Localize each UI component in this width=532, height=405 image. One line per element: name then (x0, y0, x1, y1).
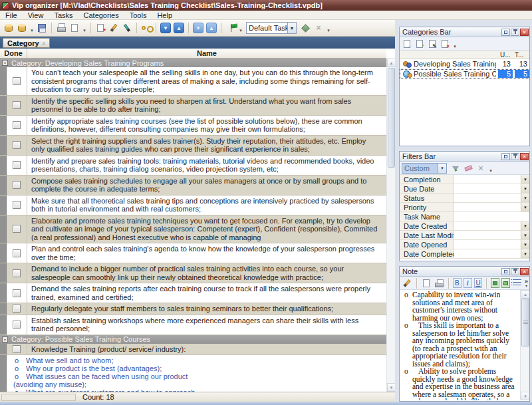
task-row[interactable]: Make sure that all theoretical sales tra… (0, 196, 386, 215)
filter-preset-dropdown-icon[interactable]: ▼ (438, 163, 447, 174)
move-top-icon[interactable]: ▲ (205, 22, 217, 34)
filters-toolbar-overflow[interactable]: ▾ (488, 162, 493, 174)
filter-value-field[interactable] (454, 212, 529, 221)
task-checkbox[interactable] (13, 121, 21, 129)
filter-value-field[interactable] (454, 184, 521, 193)
task-checkbox[interactable] (13, 249, 21, 257)
new-category-icon[interactable]: → (402, 39, 412, 49)
default-task-dropdown-icon[interactable]: ▼ (287, 22, 297, 34)
category-tree-item[interactable]: Possible Sales Training Courses55 (400, 69, 529, 79)
group-by-category-button[interactable]: Category ▵ (3, 38, 50, 48)
bold-icon[interactable]: B (453, 278, 462, 288)
apply-filter-icon[interactable] (450, 163, 461, 174)
move-bottom-icon[interactable]: ▼ (192, 22, 204, 34)
default-task-combobox[interactable]: Default Task▼ (246, 22, 297, 34)
insert-image-icon[interactable] (491, 278, 499, 288)
edit-note-icon[interactable] (402, 278, 412, 289)
underline-icon[interactable]: U (474, 278, 483, 288)
flag-icon[interactable] (225, 22, 237, 34)
apply-template-icon[interactable] (299, 22, 311, 34)
filter-dropdown-icon[interactable]: ▼ (521, 175, 529, 184)
task-row[interactable]: You can't teach your salespeople all the… (0, 67, 386, 96)
panel-pin-button[interactable] (511, 29, 519, 36)
menu-help[interactable]: Help (152, 11, 178, 20)
filter-dropdown-icon[interactable]: ▼ (521, 231, 529, 239)
task-checkbox[interactable] (13, 181, 21, 189)
panel-maximize-button[interactable] (501, 268, 510, 275)
duplicate-task-icon[interactable] (121, 22, 133, 34)
note-scrollbar-thumb[interactable] (521, 299, 529, 346)
delete-category-icon[interactable]: × (440, 39, 450, 49)
filter-dropdown-icon[interactable]: ▼ (521, 184, 529, 193)
task-row[interactable]: Plan and control each sales training's a… (0, 243, 386, 263)
clear-filter-icon[interactable] (463, 163, 473, 174)
italic-icon[interactable]: I (464, 278, 472, 288)
task-checkbox[interactable] (13, 269, 21, 277)
task-row[interactable]: Knowledge Training (product/ service/ in… (0, 344, 386, 356)
task-row[interactable]: Demand to include a bigger number of pra… (0, 263, 386, 283)
collapse-toggle-icon[interactable]: ▪ (2, 60, 8, 66)
new-database-icon[interactable] (3, 22, 15, 34)
task-row[interactable]: Regularly delegate your staff members to… (0, 303, 386, 315)
menu-categories[interactable]: Categories (78, 11, 124, 20)
toolbar-overflow-file[interactable]: ▾ (82, 22, 87, 34)
panel-pin-button[interactable] (511, 153, 519, 160)
filter-dropdown-icon[interactable]: ▼ (521, 240, 529, 249)
task-checkbox[interactable] (13, 101, 21, 109)
task-row[interactable]: Select the right training suppliers and … (0, 136, 386, 156)
task-checkbox[interactable] (13, 321, 21, 329)
scrollbar-thumb[interactable] (388, 68, 395, 168)
column-header-done[interactable]: Done (0, 49, 27, 58)
save-database-icon[interactable] (36, 22, 48, 34)
category-group-header[interactable]: ▪Category: Possible Sales Training Cours… (0, 335, 386, 344)
task-checkbox[interactable] (13, 225, 21, 233)
filter-dropdown-icon[interactable]: ▼ (521, 249, 529, 258)
filter-preset-combobox[interactable]: Custom ▼ (402, 163, 447, 174)
filter-dropdown-icon[interactable]: ▼ (521, 221, 529, 230)
task-row[interactable]: Elaborate and promote sales training tec… (0, 215, 386, 244)
category-group-header[interactable]: ▪Category: Developing Sales Training Pro… (0, 59, 386, 67)
move-down-icon[interactable]: ▼ (160, 22, 172, 34)
task-row[interactable]: Demand the sales training reports after … (0, 283, 386, 303)
filter-value-field[interactable] (454, 221, 521, 230)
task-row[interactable]: Identify the specific selling skills you… (0, 96, 386, 116)
move-up-icon[interactable]: ▲ (173, 22, 185, 34)
categories-toolbar-overflow[interactable]: ▾ (452, 38, 458, 50)
filter-value-field[interactable] (454, 231, 521, 239)
note-scrollbar[interactable]: ▲ ▼ (520, 290, 529, 400)
menu-tasks[interactable]: Tasks (49, 11, 78, 20)
panel-close-button[interactable]: × (520, 268, 529, 275)
print-preview-icon[interactable] (68, 22, 80, 34)
edit-task-icon[interactable] (108, 22, 120, 34)
delete-template-icon[interactable]: × (313, 22, 325, 34)
main-vertical-scrollbar[interactable]: ▲ ▼ (386, 59, 395, 392)
task-checkbox[interactable] (13, 161, 21, 169)
view-notes-icon[interactable] (140, 22, 152, 34)
insert-table-icon[interactable] (501, 278, 510, 288)
filter-value-field[interactable] (454, 175, 521, 184)
new-note-page-icon[interactable] (421, 278, 432, 289)
filter-value-field[interactable] (454, 249, 521, 258)
task-checkbox[interactable] (13, 77, 21, 85)
task-checkbox[interactable] (13, 345, 21, 353)
task-row[interactable]: Compose sales training schedules to enga… (0, 176, 386, 196)
print-note-icon[interactable] (434, 278, 444, 289)
filter-dropdown-icon[interactable]: ▼ (521, 194, 529, 202)
column-header-name[interactable]: Name (27, 49, 386, 58)
menu-tools[interactable]: Tools (124, 11, 152, 20)
note-toolbar-overflow[interactable]: »▾ (525, 279, 529, 288)
collapse-toggle-icon[interactable]: ▪ (2, 337, 8, 342)
panel-pin-button[interactable] (511, 268, 519, 275)
task-checkbox[interactable] (13, 141, 21, 149)
panel-close-button[interactable]: × (520, 153, 529, 160)
task-row[interactable]: Establish sales training workshops where… (0, 315, 386, 335)
filter-value-field[interactable] (454, 240, 521, 249)
print-icon[interactable] (55, 22, 67, 34)
filter-value-field[interactable] (454, 203, 521, 211)
add-subcategory-icon[interactable]: * (414, 39, 425, 49)
task-checkbox[interactable] (13, 201, 21, 209)
panel-maximize-button[interactable] (501, 29, 510, 36)
filter-value-field[interactable] (454, 194, 521, 202)
flag-dropdown[interactable]: ▾ (238, 22, 243, 34)
task-subitems-row[interactable]: oWhat we sell and to whom;oWhy our produ… (0, 355, 386, 392)
